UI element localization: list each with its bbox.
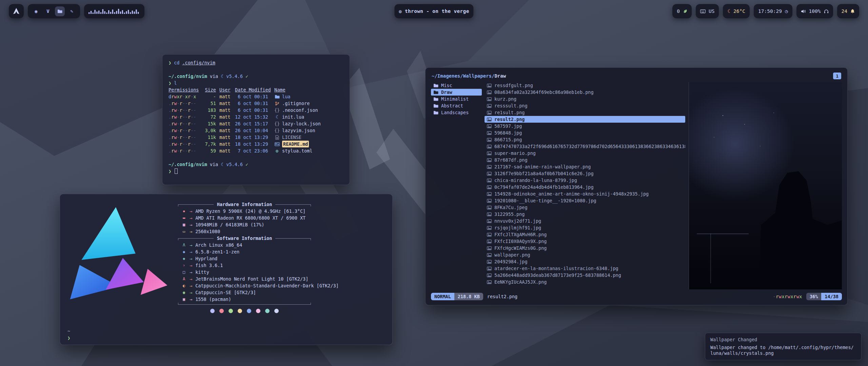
ls-row: drwxr-xr-x-matt 6 oct 00:31lua <box>169 93 343 100</box>
file-item[interactable]: 19201080-__blue-tinge__-1920×1080.jpg <box>485 197 685 204</box>
fetch-row-os: Λ→Arch Linux x86_64 <box>178 242 392 248</box>
notifications-module[interactable]: 24 <box>837 4 859 18</box>
ls-row: .rw-r--r--51matt 6 oct 00:31.gitignore <box>169 100 343 107</box>
folder-icon <box>433 83 438 87</box>
fetch-row-shell: ›→fish 3.6.1 <box>178 262 392 269</box>
ls-col-name: Name <box>274 86 343 93</box>
file-item[interactable]: 0c794faf07de24a4db4d4fb1eb813964.jpg <box>485 184 685 190</box>
lua-icon: ☾ <box>221 73 223 80</box>
memory-icon: ▦ <box>181 221 186 228</box>
file-item[interactable]: atardecer-en-la-montanas-ilustracion-634… <box>485 265 685 272</box>
workspace-1-disc-icon[interactable]: ◉ <box>31 6 41 16</box>
file-item[interactable]: 154928-odinokoe_anime-art-anime-okno-sin… <box>485 190 685 197</box>
file-list: ressdfgult.png08a634fa02a32364f69ebc86a9… <box>482 82 685 289</box>
file-item[interactable]: FXfcII0X0AQyn9X.png <box>485 238 685 245</box>
file-manager-window[interactable]: ~/Imagenes/Wallpapers/Draw 1 MiscDrawMin… <box>425 67 848 305</box>
git-icon <box>274 101 280 106</box>
status-perms: -rwxrwxrwx <box>773 294 802 299</box>
file-item[interactable]: kurz.png <box>485 96 685 102</box>
file-item[interactable]: 5a266e448add93deab367d87173e9f25-6837886… <box>485 272 685 279</box>
launcher-button[interactable] <box>9 4 24 18</box>
theme-icon: ◐ <box>181 282 186 289</box>
hardware-rows: ▪→AMD Ryzen 9 5900X (24) @ 4.9GHz [61.3°… <box>178 208 392 235</box>
file-item[interactable]: nnvuv0xj2df71.jpg <box>485 218 685 224</box>
file-item[interactable]: FXfcJlTXgAMvH6R.png <box>485 231 685 238</box>
notification-body: Wallpaper changed to /home/matt/.config/… <box>710 345 856 356</box>
image-file-icon <box>487 179 492 182</box>
file-item[interactable]: chica-mirando-la-luna-8799.jpg <box>485 177 685 184</box>
image-file-icon <box>487 158 492 162</box>
file-item[interactable]: 866715.png <box>485 136 685 143</box>
command-name: l <box>174 80 177 86</box>
tab-indicator[interactable]: 1 <box>833 73 841 79</box>
ls-row: .rw-r--r--59matt 7 oct 23:06⚙stylua.toml <box>169 147 343 154</box>
volume-level: 100% <box>809 8 821 14</box>
fetch-row-wm: ◈→Hyprland <box>178 255 392 262</box>
arrow-icon: → <box>190 248 192 255</box>
file-item[interactable]: 08a634fa02a32364f69ebc86a98eb1eb.png <box>485 89 685 96</box>
image-file-icon <box>487 185 492 189</box>
file-item[interactable]: 68747470733a2f2f696d616765732d7769786d70… <box>485 143 685 150</box>
folder-item-misc[interactable]: Misc <box>431 82 482 89</box>
terminal-window[interactable]: ❯cd.config/nvim ~/.config/nvimvia☾v5.4.6… <box>162 54 350 185</box>
folder-item-draw[interactable]: Draw <box>431 89 482 96</box>
desktop: ◉V✎ ◍ thrown - on the verge 0 US <box>0 0 868 366</box>
file-item[interactable]: wallpaper.png <box>485 251 685 258</box>
check-icon: ✓ <box>245 73 248 80</box>
file-item[interactable]: EeNKYgIUcAAJ5JX.png <box>485 279 685 285</box>
image-file-icon <box>487 118 492 121</box>
clock-module[interactable]: 17:50:29 ◷ <box>754 4 792 18</box>
prompt-symbol: ❯ <box>169 168 171 175</box>
fetch-window[interactable]: Hardware Information ▪→AMD Ryzen 9 5900X… <box>60 194 393 345</box>
file-item[interactable]: 20492984.jpg <box>485 258 685 265</box>
cpu-icon: ▪ <box>181 208 186 215</box>
file-item[interactable]: result2.png <box>485 116 685 123</box>
image-file-icon <box>487 151 492 155</box>
doc-icon <box>274 135 280 140</box>
notification-popup[interactable]: Wallpaper Changed Wallpaper changed to /… <box>705 333 862 360</box>
icons-icon: ◉ <box>181 289 186 296</box>
workspace-4-pencil-icon[interactable]: ✎ <box>67 6 77 16</box>
hardware-section-header: Hardware Information <box>178 201 311 208</box>
keyboard-layout-module[interactable]: US <box>696 4 719 18</box>
updates-module[interactable]: 0 <box>672 4 692 18</box>
volume-module[interactable]: 100% <box>796 4 833 18</box>
image-file-icon <box>487 260 492 264</box>
file-item[interactable]: FXfcHgcWIAMzs0G.png <box>485 245 685 251</box>
prompt-symbol: ❯ <box>67 334 70 341</box>
weather-module[interactable]: ☾ 26°C <box>723 4 750 18</box>
image-file-icon <box>487 104 492 108</box>
image-file-icon <box>487 145 492 148</box>
workspace-2-v-icon[interactable]: V <box>43 6 53 16</box>
palette-dot <box>210 309 215 313</box>
software-section-header: Software Information <box>178 235 311 242</box>
file-item[interactable]: 587597.jpg <box>485 123 685 129</box>
image-file-icon <box>487 267 492 270</box>
file-item[interactable]: ressdfgult.png <box>485 82 685 89</box>
updates-count: 0 <box>677 8 680 14</box>
folder-item-minimalist[interactable]: Minimalist <box>431 96 482 102</box>
workspace-3-folder-icon[interactable] <box>55 6 65 16</box>
folder-icon <box>433 104 438 108</box>
file-item[interactable]: 8FKa7Cu.jpeg <box>485 204 685 211</box>
status-bar: NORMAL 218.8 KB result2.png -rwxrwxrwx 3… <box>431 292 842 301</box>
file-item[interactable]: 87r687df.png <box>485 157 685 163</box>
window-title-pill[interactable]: ◍ thrown - on the verge <box>394 4 473 18</box>
file-item[interactable]: 217167-sad-anime-rain-wallpaper.png <box>485 163 685 170</box>
file-item[interactable]: 3122955.png <box>485 211 685 218</box>
arrow-icon: → <box>190 296 192 303</box>
keyboard-icon <box>700 9 706 13</box>
packages-icon: ▣ <box>181 296 186 303</box>
file-item[interactable]: super-mario.png <box>485 150 685 157</box>
font-icon: A <box>181 276 186 282</box>
file-item[interactable]: 596848.jpg <box>485 129 685 136</box>
file-item[interactable]: 3126f7e9bbf21a8a4af0b67b041c6e26.jpg <box>485 170 685 177</box>
file-item[interactable]: re1sult.png <box>485 109 685 116</box>
file-item[interactable]: rsjqojlmjhf91.jpg <box>485 224 685 231</box>
folder-item-abstract[interactable]: Abstract <box>431 102 482 109</box>
folder-item-landscapes[interactable]: Landscapes <box>431 109 482 116</box>
fetch-row-theme: ◐→Catppuccin-Macchiato-Standard-Lavender… <box>178 282 392 289</box>
file-item[interactable]: resssult.png <box>485 102 685 109</box>
lua-version: v5.4.6 <box>226 161 243 168</box>
image-file-icon <box>487 233 492 237</box>
